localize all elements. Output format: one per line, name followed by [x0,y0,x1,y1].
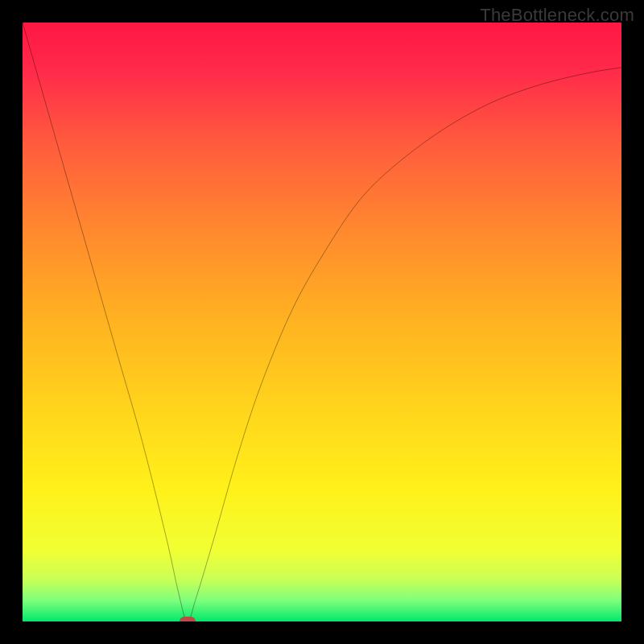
plot-area [23,23,621,621]
optimal-point-marker [180,617,196,621]
watermark-label: TheBottleneck.com [480,5,634,26]
chart-frame: TheBottleneck.com [0,0,644,644]
bottleneck-curve [23,23,621,621]
